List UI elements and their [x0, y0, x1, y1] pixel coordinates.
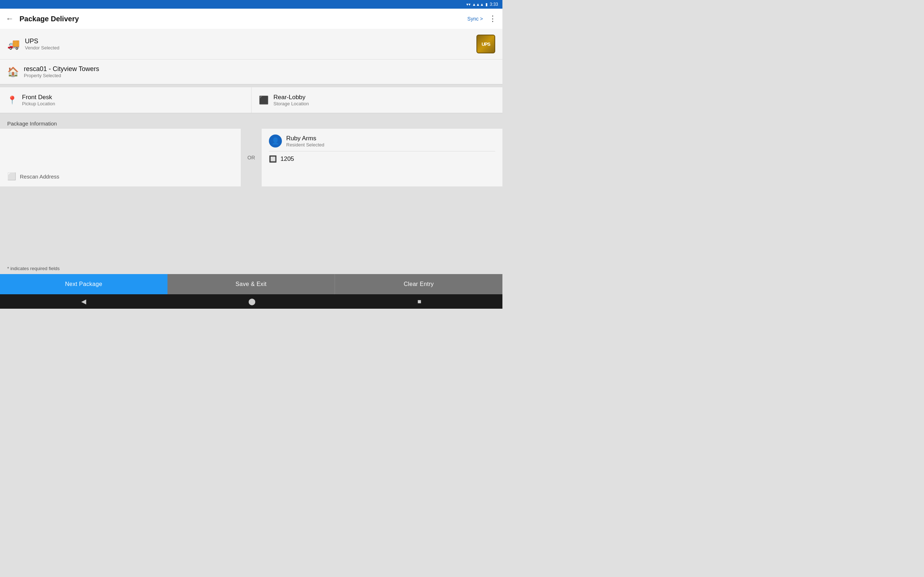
property-info: resca01 - Cityview Towers Property Selec… — [24, 65, 99, 78]
required-text: * indicates required fields — [7, 266, 60, 271]
resident-label: Resident Selected — [286, 142, 325, 148]
status-icons: ▾▾ ▲▲▲ ▮ — [466, 2, 488, 7]
vendor-name: UPS — [25, 37, 477, 45]
clear-entry-button[interactable]: Clear Entry — [334, 274, 502, 294]
nav-bar: ◀ ⬤ ■ — [0, 294, 502, 309]
pickup-location[interactable]: 📍 Front Desk Pickup Location — [0, 87, 251, 113]
resident-name: Ruby Arms — [286, 135, 325, 142]
nav-home-button[interactable]: ⬤ — [248, 298, 255, 305]
app-bar: ← Package Delivery Sync > ⋮ — [0, 9, 502, 29]
property-name: resca01 - Cityview Towers — [24, 65, 99, 73]
signal-icon: ▲▲▲ — [472, 2, 484, 6]
rescan-label: Rescan Address — [20, 174, 59, 180]
unit-row: 🔲 1205 — [269, 155, 495, 163]
home-icon: 🏠 — [7, 66, 19, 77]
storage-label: Storage Location — [274, 101, 309, 106]
rescan-icon: ⬜ — [7, 172, 16, 181]
unit-number: 1205 — [281, 155, 294, 163]
pickup-info: Front Desk Pickup Location — [22, 94, 55, 106]
pickup-name: Front Desk — [22, 94, 55, 101]
status-bar: ▾▾ ▲▲▲ ▮ 3:33 — [0, 0, 502, 9]
next-package-button[interactable]: Next Package — [0, 274, 168, 294]
storage-location[interactable]: ⬛ Rear-Lobby Storage Location — [251, 87, 503, 113]
sync-button[interactable]: Sync > — [467, 16, 483, 22]
or-text: OR — [247, 155, 255, 161]
or-divider: OR — [242, 129, 260, 187]
package-info-header: Package Information — [0, 116, 502, 129]
vendor-info: UPS Vendor Selected — [25, 37, 477, 50]
wifi-icon: ▾▾ — [466, 2, 471, 7]
storage-info: Rear-Lobby Storage Location — [274, 94, 309, 106]
resident-avatar: 👤 — [269, 134, 282, 148]
status-time: 3:33 — [490, 2, 498, 7]
bottom-buttons: Next Package Save & Exit Clear Entry — [0, 274, 502, 294]
more-menu-button[interactable]: ⋮ — [489, 14, 497, 23]
nav-recents-button[interactable]: ■ — [418, 298, 422, 305]
unit-icon: 🔲 — [269, 155, 277, 163]
main-content: 🚚 UPS Vendor Selected UPS 🏠 resca01 - Ci… — [0, 29, 502, 274]
package-info-row: ⬜ Rescan Address OR 👤 Ruby Arms Resident… — [0, 129, 502, 188]
resident-row[interactable]: 👤 Ruby Arms Resident Selected — [269, 134, 495, 152]
truck-icon: 🚚 — [7, 38, 20, 50]
page-title: Package Delivery — [19, 15, 467, 23]
location-pin-icon: 📍 — [7, 95, 17, 105]
save-exit-button[interactable]: Save & Exit — [168, 274, 335, 294]
nav-back-button[interactable]: ◀ — [81, 298, 86, 305]
vendor-card[interactable]: 🚚 UPS Vendor Selected UPS — [0, 29, 502, 60]
back-button[interactable]: ← — [6, 14, 14, 23]
ups-logo: UPS — [477, 35, 495, 53]
battery-icon: ▮ — [485, 2, 488, 7]
pickup-label: Pickup Location — [22, 101, 55, 106]
required-note: * indicates required fields — [0, 263, 502, 274]
rescan-row[interactable]: ⬜ Rescan Address — [7, 172, 234, 181]
location-row: 📍 Front Desk Pickup Location ⬛ Rear-Lobb… — [0, 87, 502, 113]
storage-icon: ⬛ — [259, 95, 268, 105]
resident-info: Ruby Arms Resident Selected — [286, 135, 325, 148]
vendor-label: Vendor Selected — [25, 45, 477, 50]
storage-name: Rear-Lobby — [274, 94, 309, 101]
resident-area: 👤 Ruby Arms Resident Selected 🔲 1205 — [262, 129, 502, 187]
section-title: Package Information — [7, 121, 57, 127]
property-card[interactable]: 🏠 resca01 - Cityview Towers Property Sel… — [0, 60, 502, 84]
property-label: Property Selected — [24, 73, 99, 78]
scan-area: ⬜ Rescan Address — [0, 129, 241, 187]
